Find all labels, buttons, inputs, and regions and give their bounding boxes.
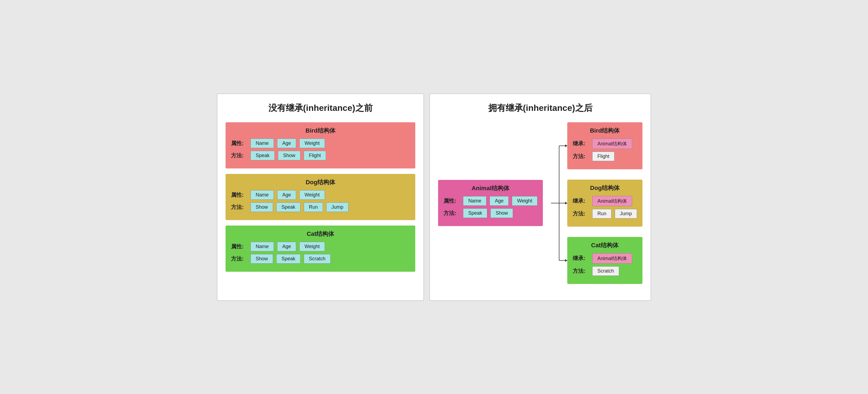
cat-method-scratch: Scratch [592, 266, 619, 276]
dog-attr-age-left: Age [277, 190, 296, 200]
dog-inherits-row: 继承: Animal结构体 [573, 196, 637, 206]
bird-attr-name-left: Name [250, 139, 274, 148]
bird-box-right: Bird结构体 继承: Animal结构体 方法: Flight [567, 122, 643, 169]
svg-marker-7 [565, 259, 567, 262]
right-inner-layout: Animal结构体 属性: Name Age Weight 方法: Speak … [438, 122, 643, 289]
dog-title-right: Dog结构体 [573, 184, 637, 192]
animal-methods-label: 方法: [443, 209, 460, 217]
bird-method-flight-left: Flight [304, 151, 326, 160]
bird-attr-weight-left: Weight [299, 139, 325, 148]
bird-title-right: Bird结构体 [573, 126, 637, 135]
dog-box-left: Dog结构体 属性: Name Age Weight 方法: Show Spea… [225, 174, 415, 220]
animal-col: Animal结构体 属性: Name Age Weight 方法: Speak … [438, 122, 543, 289]
dog-method-show-left: Show [250, 202, 273, 212]
cat-attr-age-left: Age [277, 242, 296, 251]
cat-method-show-left: Show [250, 254, 273, 263]
bird-inherits-value: Animal结构体 [592, 139, 632, 149]
dog-method-run: Run [592, 209, 612, 219]
bird-title-left: Bird结构体 [231, 126, 410, 135]
bird-method-flight: Flight [592, 151, 615, 161]
bird-attr-age-left: Age [277, 139, 296, 148]
cat-method-speak-left: Speak [276, 254, 301, 263]
cat-methods-row-left: 方法: Show Speak Scratch [231, 254, 410, 263]
bird-methods-row-right: 方法: Flight [573, 151, 637, 161]
animal-title: Animal结构体 [443, 184, 537, 192]
dog-method-jump: Jump [615, 209, 637, 219]
arrow-svg [551, 122, 567, 289]
right-panel: 拥有继承(inheritance)之后 Animal结构体 属性: Name A… [429, 93, 651, 301]
animal-method-show: Show [491, 208, 513, 218]
dog-box-right: Dog结构体 继承: Animal结构体 方法: Run Jump [567, 179, 643, 227]
cat-title-left: Cat结构体 [231, 230, 410, 238]
dog-method-jump-left: Jump [326, 202, 348, 212]
dog-methods-label-right: 方法: [573, 210, 589, 217]
svg-marker-3 [565, 144, 567, 147]
bird-attrs-row-left: 属性: Name Age Weight [231, 139, 410, 148]
animal-method-speak: Speak [463, 208, 487, 218]
animal-attr-name: Name [463, 196, 486, 206]
cat-attrs-label-left: 属性: [231, 243, 247, 250]
derived-col: Bird结构体 继承: Animal结构体 方法: Flight Dog结构体 [567, 122, 643, 289]
dog-attrs-label-left: 属性: [231, 191, 247, 199]
dog-inherits-value: Animal结构体 [592, 196, 632, 206]
cat-title-right: Cat结构体 [573, 241, 637, 249]
bird-method-show-left: Show [278, 151, 301, 160]
left-title: 没有继承(inheritance)之前 [225, 102, 415, 114]
cat-inherits-value: Animal结构体 [592, 253, 632, 263]
cat-attr-name-left: Name [250, 242, 274, 251]
animal-attr-weight: Weight [512, 196, 537, 206]
bird-methods-label-right: 方法: [573, 153, 589, 160]
dog-methods-label-left: 方法: [231, 203, 247, 211]
right-title: 拥有继承(inheritance)之后 [438, 102, 643, 114]
dog-inherits-label: 继承: [573, 197, 589, 205]
animal-attrs-row: 属性: Name Age Weight [443, 196, 537, 206]
cat-attrs-row-left: 属性: Name Age Weight [231, 242, 410, 251]
dog-attr-weight-left: Weight [299, 190, 325, 200]
animal-attr-age: Age [490, 196, 509, 206]
cat-box-right: Cat结构体 继承: Animal结构体 方法: Scratch [567, 237, 643, 284]
bird-methods-label-left: 方法: [231, 152, 247, 159]
bird-box-left: Bird结构体 属性: Name Age Weight 方法: Speak Sh… [225, 122, 415, 168]
cat-inherits-row: 继承: Animal结构体 [573, 253, 637, 263]
dog-attr-name-left: Name [250, 190, 274, 200]
cat-attr-weight-left: Weight [299, 242, 325, 251]
bird-method-speak-left: Speak [250, 151, 275, 160]
dog-methods-row-right: 方法: Run Jump [573, 209, 637, 219]
bird-inherits-label: 继承: [573, 140, 589, 147]
animal-box: Animal结构体 属性: Name Age Weight 方法: Speak … [438, 180, 543, 226]
left-panel: 没有继承(inheritance)之前 Bird结构体 属性: Name Age… [217, 93, 424, 301]
dog-method-run-left: Run [304, 202, 323, 212]
dog-attrs-row-left: 属性: Name Age Weight [231, 190, 410, 200]
cat-methods-row-right: 方法: Scratch [573, 266, 637, 276]
bird-inherits-row: 继承: Animal结构体 [573, 139, 637, 149]
dog-methods-row-left: 方法: Show Speak Run Jump [231, 202, 410, 212]
cat-box-left: Cat结构体 属性: Name Age Weight 方法: Show Spea… [225, 226, 415, 272]
dog-method-speak-left: Speak [276, 202, 301, 212]
cat-methods-label-right: 方法: [573, 268, 589, 275]
cat-inherits-label: 继承: [573, 255, 589, 262]
animal-methods-row: 方法: Speak Show [443, 208, 537, 218]
bird-attrs-label-left: 属性: [231, 140, 247, 147]
svg-marker-5 [565, 202, 567, 204]
cat-methods-label-left: 方法: [231, 255, 247, 262]
cat-method-scratch-left: Scratch [304, 254, 331, 263]
arrow-derived-area: Bird结构体 继承: Animal结构体 方法: Flight Dog结构体 [551, 122, 643, 289]
animal-attrs-label: 属性: [443, 197, 460, 205]
dog-title-left: Dog结构体 [231, 178, 410, 187]
bird-methods-row-left: 方法: Speak Show Flight [231, 151, 410, 160]
